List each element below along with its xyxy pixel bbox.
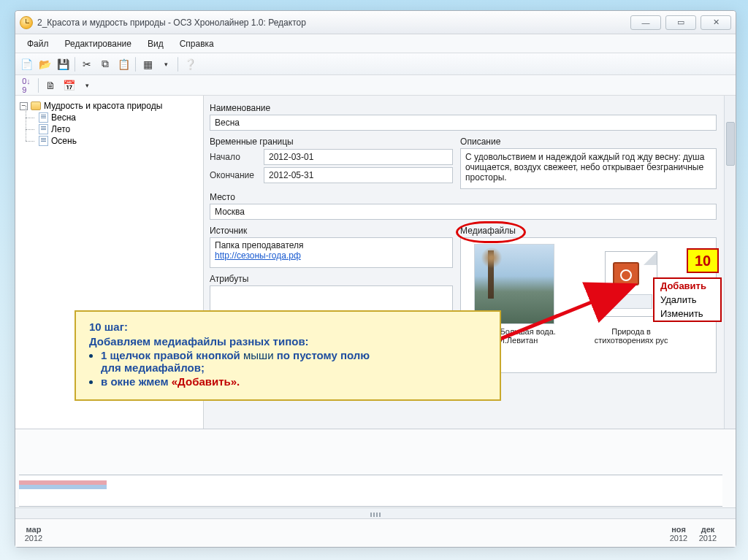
description-textarea[interactable]: С удовольствием и надеждой каждый год жд… <box>460 148 717 189</box>
label-place: Место <box>210 192 717 202</box>
scroll-thumb[interactable] <box>726 122 735 166</box>
separator-icon <box>135 57 136 72</box>
context-add[interactable]: Добавить <box>654 279 720 293</box>
folder-icon <box>31 101 41 110</box>
label-media: Медиафайлы <box>460 226 717 236</box>
clock-icon <box>20 16 33 29</box>
callout-title: 10 шаг: <box>89 321 486 333</box>
menu-bar: Файл Редактирование Вид Справка <box>15 34 736 53</box>
tree-item-label: Осень <box>51 136 77 146</box>
calendar-icon[interactable]: 📅 <box>61 77 77 93</box>
tree-toolbar: 0↓9 🗎 📅 ▾ <box>15 75 736 96</box>
start-input[interactable] <box>264 149 453 165</box>
label-source: Источник <box>210 226 453 236</box>
menu-view[interactable]: Вид <box>140 37 171 51</box>
end-input[interactable] <box>264 167 453 183</box>
separator-icon <box>38 78 39 93</box>
tree-item-label: Лето <box>51 124 70 134</box>
app-window: 2_Красота и мудрость природы - ОСЗ Хроно… <box>15 10 736 548</box>
label-description: Описание <box>460 137 717 147</box>
label-attributes: Атрибуты <box>210 274 453 284</box>
chevron-down-icon[interactable]: ▾ <box>158 56 174 72</box>
source-link[interactable]: http://сезоны-года.рф <box>215 250 301 261</box>
timeline-labels: мар2012 ноя2012 дек2012 <box>19 525 722 542</box>
name-input[interactable] <box>210 115 717 131</box>
timeline-strip[interactable] <box>19 475 722 507</box>
grid-icon[interactable]: ▦ <box>140 56 156 72</box>
open-icon[interactable]: 📂 <box>37 56 53 72</box>
timeline-panel[interactable]: мар2012 ноя2012 дек2012 <box>15 429 736 547</box>
paste-icon[interactable]: 📋 <box>115 56 131 72</box>
label-name: Наименование <box>210 103 717 113</box>
chevron-down-icon[interactable]: ▾ <box>79 77 95 93</box>
tree-root-label: Мудрость и красота природы <box>44 101 162 111</box>
context-edit[interactable]: Изменить <box>654 307 720 321</box>
grip-icon[interactable] <box>361 512 390 518</box>
menu-edit[interactable]: Редактирование <box>58 37 139 51</box>
tree-root[interactable]: − Мудрость и красота природы <box>18 100 200 112</box>
tree-item-osen[interactable]: Осень <box>18 135 200 147</box>
close-button[interactable]: ✕ <box>701 15 731 30</box>
place-input[interactable] <box>210 204 717 220</box>
callout-line: Добавляем медиафайлы разных типов: <box>89 335 486 348</box>
tree-item-label: Весна <box>51 112 76 123</box>
separator-icon <box>178 57 178 72</box>
save-icon[interactable]: 💾 <box>55 56 71 72</box>
cut-icon[interactable]: ✂ <box>79 56 95 72</box>
minimize-button[interactable]: — <box>630 15 661 30</box>
context-delete[interactable]: Удалить <box>654 293 720 307</box>
label-start: Начало <box>210 152 261 162</box>
scrollbar[interactable] <box>724 96 736 429</box>
tree-item-vesna[interactable]: Весна <box>18 112 200 123</box>
step-badge: 10 <box>687 248 719 273</box>
context-menu[interactable]: Добавить Удалить Изменить <box>653 277 722 322</box>
source-text: Папка преподавателя <box>215 240 304 250</box>
window-controls: — ▭ ✕ <box>630 15 731 30</box>
label-end: Окончание <box>210 170 261 180</box>
window-title: 2_Красота и мудрость природы - ОСЗ Хроно… <box>37 18 306 28</box>
toolbar: 📄 📂 💾 ✂ ⧉ 📋 ▦ ▾ ❔ <box>15 53 736 75</box>
separator-icon <box>75 57 75 72</box>
maximize-button[interactable]: ▭ <box>665 15 696 30</box>
help-icon[interactable]: ❔ <box>182 56 198 72</box>
doc-icon <box>39 112 48 123</box>
sort-icon[interactable]: 0↓9 <box>18 77 34 93</box>
powerpoint-icon <box>605 251 657 317</box>
callout-bullet: в окне жмем «Добавить». <box>101 375 486 388</box>
copy-icon[interactable]: ⧉ <box>97 56 113 72</box>
timeline-event-bar[interactable] <box>19 480 107 489</box>
doc-icon <box>39 124 48 134</box>
title-bar[interactable]: 2_Красота и мудрость природы - ОСЗ Хроно… <box>15 11 736 34</box>
source-textarea[interactable]: Папка преподавателя http://сезоны-года.р… <box>210 237 453 268</box>
doc-icon <box>39 136 48 146</box>
tree-item-leto[interactable]: Лето <box>18 123 200 135</box>
menu-help[interactable]: Справка <box>172 37 221 51</box>
menu-file[interactable]: Файл <box>20 37 56 51</box>
callout-bullet: 1 щелчок правой кнопкой мыши по пустому … <box>101 349 486 374</box>
instruction-callout: 10 шаг: Добавляем медиафайлы разных типо… <box>75 310 501 401</box>
new-icon[interactable]: 📄 <box>18 56 34 72</box>
media-caption: Природа в стихотворениях рус <box>595 327 668 345</box>
label-time-bounds: Временные границы <box>210 137 453 147</box>
doc-view-icon[interactable]: 🗎 <box>42 77 58 93</box>
